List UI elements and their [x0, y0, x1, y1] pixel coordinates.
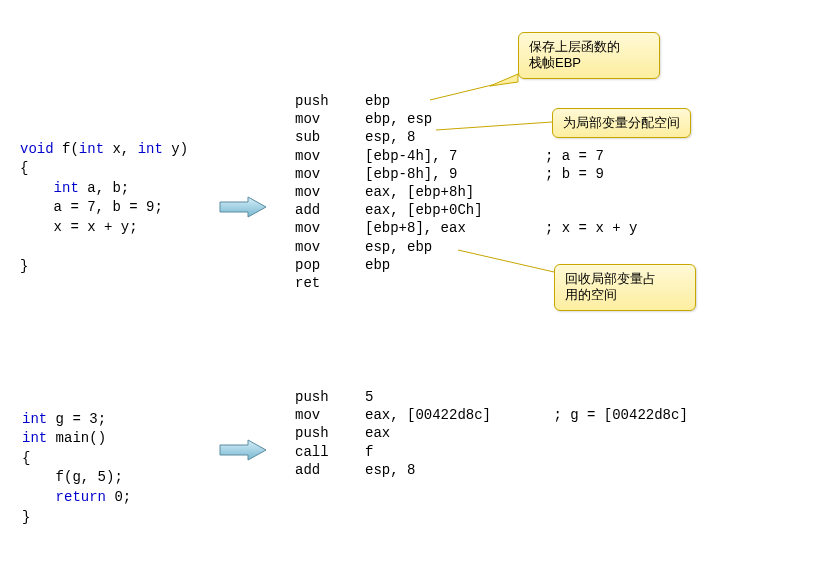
- asm-main: push5moveax, [00422d8c] ; g = [00422d8c]…: [295, 388, 688, 479]
- asm-line: mov[ebp+8], eax; x = x + y: [295, 219, 637, 237]
- asm-line: addesp, 8: [295, 461, 688, 479]
- asm-line: moveax, [00422d8c] ; g = [00422d8c]: [295, 406, 688, 424]
- arrow-icon: [218, 438, 268, 462]
- callout-free-space: 回收局部变量占 用的空间: [554, 264, 696, 311]
- asm-line: push5: [295, 388, 688, 406]
- asm-line: mov[ebp-8h], 9; b = 9: [295, 165, 637, 183]
- asm-line: addeax, [ebp+0Ch]: [295, 201, 637, 219]
- asm-line: movesp, ebp: [295, 238, 637, 256]
- arrow-icon: [218, 195, 268, 219]
- c-source-f: void f(int x, int y) { int a, b; a = 7, …: [20, 120, 188, 277]
- c-source-main: int g = 3; int main() { f(g, 5); return …: [22, 390, 131, 527]
- callout-alloc-space: 为局部变量分配空间: [552, 108, 691, 138]
- svg-marker-1: [490, 74, 518, 86]
- svg-marker-5: [220, 440, 266, 460]
- asm-line: moveax, [ebp+8h]: [295, 183, 637, 201]
- kw-void: void: [20, 141, 54, 157]
- asm-line: pusheax: [295, 424, 688, 442]
- svg-marker-0: [220, 197, 266, 217]
- asm-line: mov[ebp-4h], 7; a = 7: [295, 147, 637, 165]
- asm-line: callf: [295, 443, 688, 461]
- callout-save-ebp: 保存上层函数的 栈帧EBP: [518, 32, 660, 79]
